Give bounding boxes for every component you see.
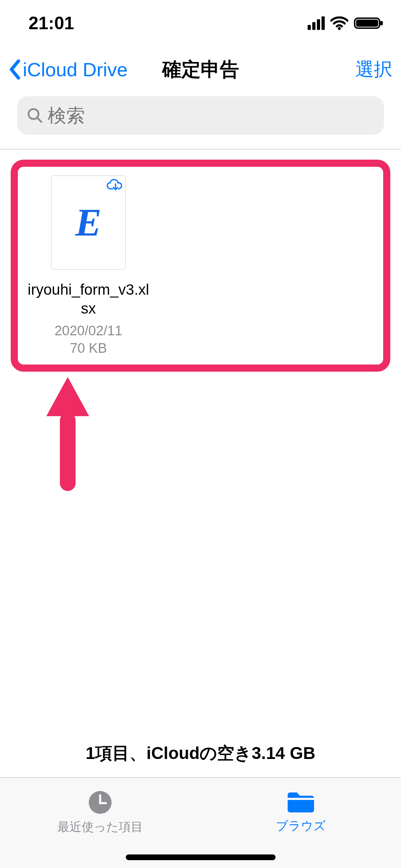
status-icons <box>308 16 384 30</box>
tab-browse-label: ブラウズ <box>276 818 326 834</box>
annotation-highlight: E iryouhi_form_v3.xlsx 2020/02/11 70 KB <box>11 160 390 372</box>
file-name: iryouhi_form_v3.xlsx <box>24 280 153 318</box>
cellular-icon <box>308 16 325 30</box>
search-field[interactable] <box>17 96 384 135</box>
excel-file-icon: E <box>75 200 101 245</box>
file-thumbnail: E <box>51 175 126 270</box>
svg-rect-3 <box>380 21 383 25</box>
clock-icon <box>87 790 113 815</box>
back-label: iCloud Drive <box>23 58 128 81</box>
file-meta: 2020/02/11 70 KB <box>55 322 122 357</box>
file-date: 2020/02/11 <box>55 323 122 338</box>
tab-browse[interactable]: ブラウズ <box>201 778 401 847</box>
file-size: 70 KB <box>70 341 107 356</box>
page-title: 確定申告 <box>162 57 239 83</box>
wifi-icon <box>330 16 348 30</box>
tab-recent[interactable]: 最近使った項目 <box>0 778 201 847</box>
back-button[interactable]: iCloud Drive <box>9 58 128 81</box>
chevron-left-icon <box>9 60 21 79</box>
footer-summary: 1項目、iCloudの空き3.14 GB <box>0 742 401 765</box>
file-grid: E iryouhi_form_v3.xlsx 2020/02/11 70 KB <box>0 149 401 775</box>
home-indicator[interactable] <box>126 854 276 860</box>
svg-rect-2 <box>356 20 378 27</box>
folder-icon <box>286 791 315 814</box>
search-icon <box>27 108 43 123</box>
svg-marker-7 <box>46 377 89 416</box>
tab-recent-label: 最近使った項目 <box>57 819 143 835</box>
cloud-download-icon <box>107 179 122 192</box>
annotation-arrow <box>43 377 93 496</box>
file-item[interactable]: E iryouhi_form_v3.xlsx 2020/02/11 70 KB <box>24 175 153 357</box>
nav-bar: iCloud Drive 確定申告 選択 <box>0 46 401 93</box>
status-time: 21:01 <box>29 13 74 33</box>
svg-line-5 <box>37 118 41 122</box>
svg-point-0 <box>338 27 341 30</box>
select-button[interactable]: 選択 <box>355 57 392 82</box>
svg-rect-10 <box>288 798 314 800</box>
search-input[interactable] <box>48 105 374 126</box>
battery-icon <box>354 16 384 30</box>
status-bar: 21:01 <box>0 0 401 46</box>
svg-rect-8 <box>60 413 76 491</box>
